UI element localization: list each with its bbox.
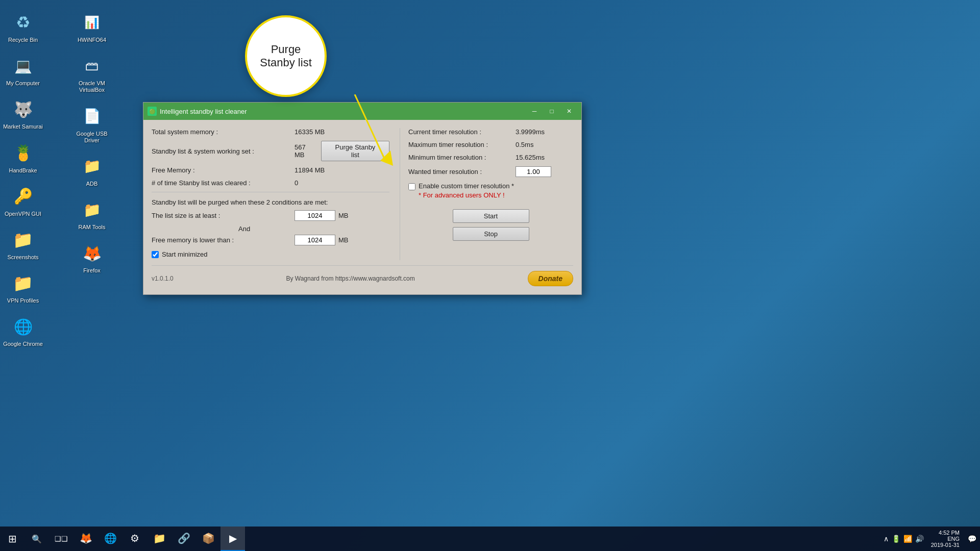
task-view-button[interactable]: ❑❑ [49,527,74,551]
desktop-icon-screenshots[interactable]: 📁 Screenshots [0,222,46,266]
by-text: By Wagnard from https://www.wagnardsoft.… [286,275,414,282]
cleared-label: # of time Stanby list was cleared : [152,179,295,187]
current-timer-label: Current timer resolution : [408,128,516,136]
firefox-icon: 🦊 [80,241,104,265]
list-size-row: The list size is at least : MB [152,210,389,221]
desktop-icon-vpn-profiles[interactable]: 📁 VPN Profiles [0,266,46,309]
taskbar-chrome[interactable]: 🌐 [98,527,122,551]
hwinfo64-label: HWiNFO64 [78,37,106,43]
window-controls: ─ □ ✕ [526,104,577,118]
taskbar: ⊞ 🔍 ❑❑ 🦊 🌐 ⚙ 📁 🔗 📦 ▶ ∧ 🔋 📶 🔊 4:52 PM ENG… [0,527,980,551]
desktop-icon-hwinfo64[interactable]: 📊 HWiNFO64 [69,5,115,48]
current-timer-value: 3.9999ms [516,128,545,136]
my-computer-label: My Computer [6,80,40,87]
total-memory-label: Total system memory : [152,128,295,136]
free-memory-label: Free Memory : [152,166,295,174]
free-memory-lower-row: Free memory is lower than : MB [152,235,389,245]
taskbar-pinned1[interactable]: 🔗 [172,527,196,551]
desktop-icons-area: ♻ Recycle Bin 💻 My Computer 🐺 Market Sam… [0,5,138,362]
enable-custom-row: Enable custom timer resolution * [408,182,573,190]
start-minimized-label: Start minimized [162,251,208,258]
wanted-timer-row: Wanted timer resolution : [408,166,573,177]
and-text: And [238,225,389,233]
cleared-row: # of time Stanby list was cleared : 0 [152,179,389,187]
min-timer-label: Minimum timer resolution : [408,154,516,161]
desktop-icon-handbrake[interactable]: 🍍 HandBrake [0,136,46,179]
version-text: v1.0.1.0 [152,275,174,282]
my-computer-icon: 💻 [11,54,35,78]
taskbar-firefox[interactable]: 🦊 [74,527,98,551]
openvpn-label: OpenVPN GUI [5,211,41,217]
start-stop-area: Start Stop [408,209,573,241]
standby-value: 567 MB [295,143,316,159]
hwinfo64-icon: 📊 [80,10,104,35]
standby-label: Standby list & system working set : [152,147,295,155]
screenshots-label: Screenshots [7,254,38,261]
system-tray: ∧ 🔋 📶 🔊 [880,535,927,543]
maximize-button[interactable]: □ [544,104,560,118]
vpn-profiles-label: VPN Profiles [7,297,39,304]
taskbar-explorer[interactable]: 📁 [147,527,172,551]
taskbar-terminal[interactable]: ▶ [220,527,245,551]
adb-label: ADB [86,181,98,187]
desktop-icon-market-samurai[interactable]: 🐺 Market Samurai [0,92,46,135]
window-footer: v1.0.1.0 By Wagnard from https://www.wag… [152,271,573,286]
max-timer-value: 0.5ms [516,141,533,148]
callout-arrow [319,94,421,166]
minimize-button[interactable]: ─ [526,104,543,118]
taskbar-apps: 🦊 🌐 ⚙ 📁 🔗 📦 ▶ [74,527,880,551]
oracle-vm-label: Oracle VM VirtualBox [71,80,112,93]
start-button[interactable]: Start [453,209,529,223]
tray-battery: 🔋 [892,535,900,543]
time-display: 4:52 PM [939,530,960,536]
desktop-icon-oracle-vm[interactable]: 🗃 Oracle VM VirtualBox [69,48,115,98]
taskbar-time[interactable]: 4:52 PM ENG 2019-01-31 [927,530,964,548]
search-button-taskbar[interactable]: 🔍 [24,527,49,551]
footer-divider [152,265,573,266]
start-minimized-checkbox[interactable] [152,251,159,258]
recycle-bin-label: Recycle Bin [8,37,38,43]
screenshots-icon: 📁 [11,228,35,252]
desktop-icon-firefox[interactable]: 🦊 Firefox [69,236,115,279]
max-timer-row: Maximum timer resolution : 0.5ms [408,141,573,148]
desktop-icon-ram-tools[interactable]: 📁 RAM Tools [69,192,115,236]
min-timer-row: Minimum timer resolution : 15.625ms [408,154,573,161]
vpn-profiles-icon: 📁 [11,271,35,295]
desktop-icon-google-usb[interactable]: 📄 Google USB Driver [69,99,115,149]
notification-button[interactable]: 💬 [964,527,980,551]
donate-button[interactable]: Donate [528,271,573,286]
desktop-icon-recycle-bin[interactable]: ♻ Recycle Bin [0,5,46,48]
cleared-value: 0 [295,179,298,187]
date-display: 2019-01-31 [931,542,960,548]
lang-display: ENG [947,536,960,542]
market-samurai-label: Market Samurai [3,123,43,130]
free-memory-row: Free Memory : 11894 MB [152,166,389,174]
adb-icon: 📁 [80,154,104,179]
desktop: ♻ Recycle Bin 💻 My Computer 🐺 Market Sam… [0,0,980,551]
callout-container: Purge Stanby list [245,15,327,97]
tray-volume[interactable]: 🔊 [915,535,924,543]
divider1 [152,192,389,192]
enable-custom-checkbox[interactable] [408,183,415,190]
desktop-icon-openvpn[interactable]: 🔑 OpenVPN GUI [0,179,46,222]
taskbar-pinned2[interactable]: 📦 [196,527,220,551]
enable-custom-label: Enable custom timer resolution * [419,182,514,190]
start-button-taskbar[interactable]: ⊞ [0,527,24,551]
tray-network: 📶 [903,535,912,543]
tray-arrow[interactable]: ∧ [884,535,889,543]
openvpn-icon: 🔑 [11,184,35,209]
google-usb-icon: 📄 [80,104,104,129]
taskbar-control-panel[interactable]: ⚙ [122,527,147,551]
desktop-icon-my-computer[interactable]: 💻 My Computer [0,48,46,92]
list-size-mb: MB [338,212,349,219]
free-memory-lower-input[interactable] [295,235,335,245]
google-chrome-label: Google Chrome [3,341,43,347]
list-size-input[interactable] [295,210,335,221]
close-button[interactable]: ✕ [561,104,577,118]
wanted-timer-input[interactable] [516,166,551,177]
desktop-icon-adb[interactable]: 📁 ADB [69,149,115,192]
right-panel: Current timer resolution : 3.9999ms Maxi… [400,128,573,260]
desktop-icon-google-chrome[interactable]: 🌐 Google Chrome [0,309,46,353]
stop-button[interactable]: Stop [453,227,529,241]
callout-circle: Purge Stanby list [245,15,327,97]
